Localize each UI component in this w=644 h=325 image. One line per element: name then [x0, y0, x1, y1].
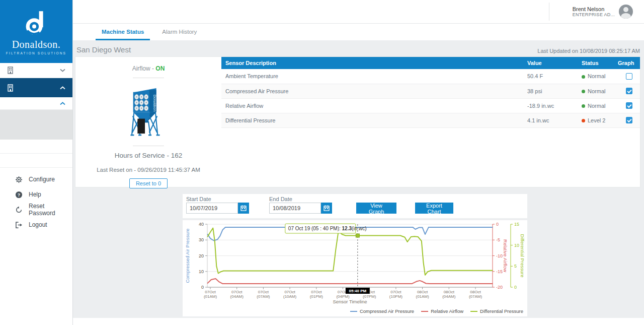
- chevron-up-icon: [60, 102, 65, 105]
- sensor-description: Ambient Temperature: [221, 69, 523, 84]
- svg-text:40: 40: [199, 222, 204, 227]
- building-icon: [7, 84, 14, 92]
- export-chart-button[interactable]: Export Chart: [415, 203, 453, 214]
- sidebar-item-configure[interactable]: Configure: [0, 172, 72, 187]
- divider: [549, 3, 549, 21]
- svg-text:(01PM): (01PM): [310, 294, 324, 299]
- svg-text:(04PM): (04PM): [336, 294, 350, 299]
- dust-collector-image: Donaldson: [122, 84, 175, 138]
- graph-checkbox[interactable]: [626, 117, 632, 123]
- sidebar-item-empty[interactable]: [0, 140, 72, 154]
- sidebar-item-logout[interactable]: Logout: [0, 217, 72, 232]
- graph-cell: [618, 98, 640, 113]
- column-header: Sensor Description: [221, 57, 523, 69]
- svg-text:0: 0: [201, 285, 204, 290]
- end-date-input[interactable]: [269, 203, 321, 214]
- sidebar-item-machine-group[interactable]: [0, 97, 72, 110]
- sensor-status: Normal: [578, 69, 618, 84]
- page-title: San Diego West: [76, 45, 131, 54]
- graph-cell: [618, 84, 640, 98]
- sidebar-item-selected-machine[interactable]: [0, 110, 72, 140]
- legend-dash-icon: [350, 311, 357, 312]
- sensor-value: 38 psi: [523, 84, 578, 98]
- column-header: Status: [578, 57, 618, 69]
- sidebar-item-empty[interactable]: [0, 154, 72, 168]
- svg-text:(10PM): (10PM): [389, 294, 403, 299]
- svg-text:07Oct: 07Oct: [258, 290, 269, 294]
- sidebar-item-company[interactable]: [0, 63, 72, 78]
- user-menu[interactable]: Brent Nelson ENTERPRISE AD...: [549, 0, 644, 23]
- sensor-chart[interactable]: 0102030400-5-10-15-20151050Compressed Ai…: [183, 220, 527, 306]
- column-header: Value: [523, 57, 578, 69]
- table-row: Relative Airflow-18.9 in.wcNormal: [221, 98, 640, 113]
- start-date-input[interactable]: [186, 203, 238, 214]
- legend-dash-icon: [470, 311, 477, 312]
- user-role: ENTERPRISE AD...: [573, 12, 615, 17]
- legend-item[interactable]: Differential Pressure: [470, 308, 523, 314]
- svg-text:(04AM): (04AM): [442, 294, 456, 299]
- legend-item[interactable]: Compressed Air Pressure: [350, 308, 414, 314]
- svg-text:(01AM): (01AM): [204, 294, 217, 299]
- sensor-status: Level 2: [578, 113, 618, 127]
- svg-text:-5: -5: [496, 237, 500, 242]
- legend-item[interactable]: Relative Airflow: [421, 308, 463, 314]
- sensor-value: 4.1 in.wc: [523, 113, 578, 127]
- sensor-value: 50.4 F: [523, 69, 578, 84]
- sidebar-item-reset-password[interactable]: Reset Password: [0, 202, 72, 217]
- right-axis-title: Relative Airflow: [503, 239, 508, 272]
- sensor-value: -18.9 in.wc: [523, 98, 578, 113]
- graph-checkbox[interactable]: [626, 73, 632, 80]
- svg-text:08Oct: 08Oct: [470, 290, 481, 294]
- graph-cell: [618, 113, 640, 127]
- sidebar-item-help[interactable]: ? Help: [0, 187, 72, 202]
- svg-text:0: 0: [514, 285, 517, 290]
- avatar[interactable]: [619, 5, 633, 19]
- sidebar-item-label: Reset Password: [29, 203, 72, 217]
- start-date-calendar-button[interactable]: [238, 203, 249, 214]
- legend-label: Differential Pressure: [480, 308, 523, 314]
- airflow-status: Airflow - ON: [75, 65, 221, 72]
- svg-text:(01AM): (01AM): [416, 294, 429, 299]
- table-row: Compressed Air Pressure38 psiNormal: [221, 84, 640, 98]
- status-dot-icon: [582, 90, 585, 93]
- svg-text:07Oct: 07Oct: [205, 290, 216, 294]
- svg-text:(07PM): (07PM): [363, 294, 376, 299]
- svg-text:08Oct: 08Oct: [444, 290, 455, 294]
- sensor-table: Sensor Description Value Status Graph Am…: [221, 57, 640, 187]
- sensor-status: Normal: [578, 98, 618, 113]
- reset-to-zero-button[interactable]: Reset to 0: [129, 178, 168, 188]
- start-date-label: Start Date: [186, 196, 211, 202]
- status-dot-icon: [582, 119, 585, 122]
- svg-text:Donaldson: Donaldson: [153, 95, 156, 111]
- sensor-chart-card: 0102030400-5-10-15-20151050Compressed Ai…: [183, 220, 527, 316]
- bottom-strip: [73, 318, 644, 325]
- donaldson-logo-icon: [22, 10, 51, 38]
- svg-text:(07AM): (07AM): [469, 294, 482, 299]
- tab-alarm-history[interactable]: Alarm History: [156, 29, 203, 40]
- svg-text:10: 10: [514, 243, 519, 248]
- svg-text:-20: -20: [496, 285, 503, 290]
- marker-point[interactable]: [356, 234, 359, 237]
- gear-icon: [15, 176, 23, 183]
- tab-machine-status[interactable]: Machine Status: [96, 29, 150, 40]
- legend-dash-icon: [421, 311, 428, 312]
- end-date-calendar-button[interactable]: [321, 203, 332, 214]
- svg-text:08Oct: 08Oct: [417, 290, 428, 294]
- user-name: Brent Nelson: [573, 6, 615, 12]
- svg-text:0: 0: [496, 222, 499, 227]
- graph-checkbox[interactable]: [626, 88, 632, 94]
- svg-text:07Oct: 07Oct: [284, 290, 295, 294]
- sensor-description: Differential Pressure: [221, 113, 523, 127]
- status-dot-icon: [582, 104, 585, 108]
- graph-checkbox[interactable]: [626, 102, 632, 109]
- left-axis-title: Compressed Air Pressure: [185, 228, 190, 283]
- svg-text:20: 20: [199, 253, 204, 258]
- view-graph-button[interactable]: View Graph: [356, 203, 396, 214]
- divider: [133, 146, 164, 146]
- right2-axis-title: Differential Pressure: [520, 234, 525, 278]
- sidebar-item-site-active[interactable]: [0, 78, 72, 97]
- sidebar-item-label: Help: [29, 191, 41, 198]
- reset-icon: [15, 206, 23, 214]
- svg-text:07 Oct 19 (05 : 40 PM): 12.3(i: 07 Oct 19 (05 : 40 PM): 12.3(in.wc): [288, 226, 367, 231]
- svg-text:(10AM): (10AM): [283, 294, 297, 299]
